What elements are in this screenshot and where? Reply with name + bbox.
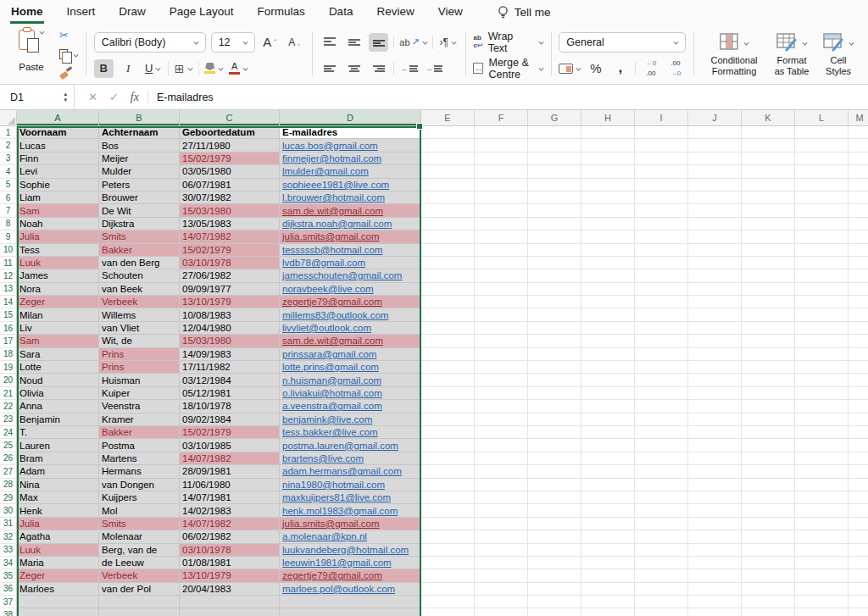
cell-E37[interactable] bbox=[421, 596, 475, 608]
cell-J8[interactable] bbox=[688, 218, 742, 230]
cell-J20[interactable] bbox=[688, 374, 742, 386]
email-link[interactable]: millems83@outlook.com bbox=[282, 310, 388, 320]
cell-L22[interactable] bbox=[795, 400, 849, 413]
cell-G2[interactable] bbox=[528, 139, 581, 152]
cell-A33[interactable]: Luuk bbox=[17, 544, 99, 557]
cell-K4[interactable] bbox=[742, 165, 795, 178]
name-box[interactable]: D1 ▴▾ bbox=[0, 85, 75, 109]
cell-H34[interactable] bbox=[581, 557, 635, 569]
cell-D11[interactable]: lvdb78@gmail.com bbox=[280, 257, 421, 269]
row-header-25[interactable]: 25 bbox=[0, 439, 17, 452]
cell-I14[interactable] bbox=[635, 296, 688, 308]
cell-M9[interactable] bbox=[849, 230, 868, 243]
cell-G4[interactable] bbox=[528, 165, 581, 178]
cell-L13[interactable] bbox=[795, 283, 849, 296]
cell-C34[interactable]: 01/08/1981 bbox=[180, 557, 280, 569]
cell-I15[interactable] bbox=[635, 308, 688, 321]
cell-F18[interactable] bbox=[475, 348, 528, 361]
cell-K8[interactable] bbox=[742, 218, 795, 230]
email-link[interactable]: prinssara@gmail.com bbox=[282, 349, 376, 359]
cell-B21[interactable]: Kuiper bbox=[99, 387, 180, 400]
cell-I18[interactable] bbox=[635, 348, 688, 361]
cell-I6[interactable] bbox=[635, 191, 688, 204]
cell-B30[interactable]: Mol bbox=[99, 504, 180, 517]
cell-J19[interactable] bbox=[688, 361, 742, 374]
cell-K7[interactable] bbox=[742, 204, 795, 217]
cell-A31[interactable]: Julia bbox=[17, 518, 99, 530]
cell-I26[interactable] bbox=[635, 452, 688, 465]
cell-F16[interactable] bbox=[475, 322, 528, 335]
cell-B32[interactable]: Molenaar bbox=[99, 530, 180, 543]
cell-G21[interactable] bbox=[528, 387, 581, 400]
cell-L20[interactable] bbox=[795, 374, 849, 386]
cell-H11[interactable] bbox=[581, 257, 635, 269]
cell-L24[interactable] bbox=[795, 426, 849, 439]
cell-K37[interactable] bbox=[742, 596, 795, 608]
cell-A12[interactable]: James bbox=[17, 269, 99, 282]
cell-K19[interactable] bbox=[742, 361, 795, 374]
cell-B36[interactable]: van der Pol bbox=[99, 583, 180, 596]
wrap-text-button[interactable]: abc↩ Wrap Text bbox=[473, 31, 542, 54]
align-left-button[interactable] bbox=[320, 59, 339, 78]
cell-K23[interactable] bbox=[742, 413, 795, 426]
cell-J13[interactable] bbox=[688, 283, 742, 296]
cell-D33[interactable]: luukvandeberg@hotmail.com bbox=[280, 544, 421, 557]
row-header-24[interactable]: 24 bbox=[0, 426, 17, 439]
cell-L8[interactable] bbox=[795, 218, 849, 230]
cell-F11[interactable] bbox=[475, 257, 528, 269]
cell-I27[interactable] bbox=[635, 465, 688, 478]
cell-D22[interactable]: a.veenstra@gmail.com bbox=[280, 400, 421, 413]
cell-C28[interactable]: 11/06/1980 bbox=[180, 479, 280, 491]
cell-K5[interactable] bbox=[742, 179, 795, 191]
cell-A26[interactable]: Bram bbox=[17, 452, 99, 465]
cell-D17[interactable]: sam.de.wit@gmail.com bbox=[280, 335, 421, 347]
cell-C7[interactable]: 15/03/1980 bbox=[180, 204, 280, 217]
cell-B38[interactable] bbox=[99, 608, 180, 616]
cell-L26[interactable] bbox=[795, 452, 849, 465]
cell-F28[interactable] bbox=[475, 479, 528, 491]
cell-M32[interactable] bbox=[849, 530, 868, 543]
italic-button[interactable]: I bbox=[119, 59, 138, 78]
email-link[interactable]: zegertje79@gmail.com bbox=[282, 297, 382, 307]
cell-J12[interactable] bbox=[688, 269, 742, 282]
underline-button[interactable]: U bbox=[143, 59, 163, 78]
cell-A24[interactable]: T. bbox=[17, 426, 99, 439]
cell-L1[interactable] bbox=[795, 126, 849, 139]
cell-J2[interactable] bbox=[688, 139, 742, 152]
cell-H18[interactable] bbox=[581, 348, 635, 361]
cell-C33[interactable]: 03/10/1978 bbox=[180, 544, 280, 557]
email-link[interactable]: livvliet@outlook.com bbox=[282, 323, 371, 333]
cell-L18[interactable] bbox=[795, 348, 849, 361]
cell-H27[interactable] bbox=[581, 465, 635, 478]
cell-E33[interactable] bbox=[421, 544, 475, 557]
cell-L7[interactable] bbox=[795, 204, 849, 217]
cell-I30[interactable] bbox=[635, 504, 688, 517]
cell-F5[interactable] bbox=[475, 179, 528, 191]
cell-L38[interactable] bbox=[795, 608, 849, 616]
cell-K25[interactable] bbox=[742, 439, 795, 452]
email-link[interactable]: benjamink@live.com bbox=[282, 414, 372, 425]
cell-E26[interactable] bbox=[421, 452, 475, 465]
cell-E13[interactable] bbox=[421, 283, 475, 296]
email-link[interactable]: jamesschouten@gmail.com bbox=[282, 270, 402, 280]
cell-L30[interactable] bbox=[795, 504, 849, 517]
cell-C21[interactable]: 05/12/1981 bbox=[180, 387, 280, 400]
bold-button[interactable]: B bbox=[94, 59, 114, 78]
cell-L28[interactable] bbox=[795, 479, 849, 491]
cell-F33[interactable] bbox=[475, 544, 528, 557]
cell-D3[interactable]: finmeijer@hotmail.com bbox=[280, 153, 421, 165]
cell-F8[interactable] bbox=[475, 218, 528, 230]
cell-B6[interactable]: Brouwer bbox=[99, 191, 180, 204]
cell-D15[interactable]: millems83@outlook.com bbox=[280, 308, 421, 321]
cell-J27[interactable] bbox=[688, 465, 742, 478]
cell-L23[interactable] bbox=[795, 413, 849, 426]
borders-button[interactable]: ⊞ bbox=[174, 59, 193, 78]
cell-E38[interactable] bbox=[421, 608, 475, 616]
cell-G5[interactable] bbox=[528, 179, 581, 191]
paste-button[interactable]: Paste bbox=[10, 30, 53, 80]
cell-F6[interactable] bbox=[475, 191, 528, 204]
merge-centre-button[interactable]: ↔ Merge & Centre bbox=[473, 57, 542, 80]
cell-D12[interactable]: jamesschouten@gmail.com bbox=[280, 269, 421, 282]
cell-D2[interactable]: lucas.bos@gmail.com bbox=[280, 139, 421, 152]
cell-H36[interactable] bbox=[581, 583, 635, 596]
